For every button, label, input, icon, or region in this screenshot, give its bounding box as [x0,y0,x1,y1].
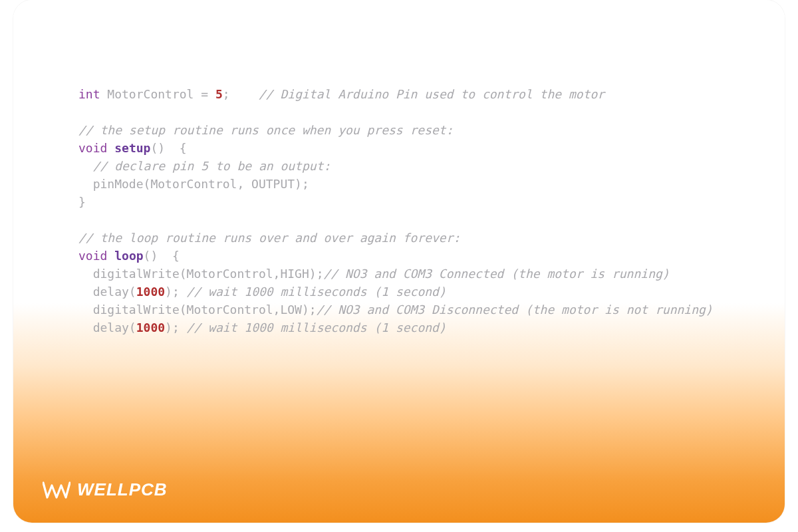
code-line: digitalWrite(MotorControl,HIGH);// NO3 a… [78,267,670,281]
number-5: 5 [215,87,223,101]
code-line: // declare pin 5 to be an output: [78,159,331,173]
comment: // NO3 and COM3 Disconnected (the motor … [317,303,713,317]
call-delay: delay( [93,285,136,299]
comment: // Digital Arduino Pin used to control t… [259,87,604,101]
logo-mark-icon [43,480,70,500]
number-1000: 1000 [136,321,165,334]
code-line: digitalWrite(MotorControl,LOW);// NO3 an… [78,303,713,317]
keyword-int: int [78,87,100,101]
code-block: int MotorControl = 5; // Digital Arduino… [78,85,725,336]
comment: // declare pin 5 to be an output: [93,159,331,173]
keyword-void: void [78,249,107,263]
code-line: pinMode(MotorControl, OUTPUT); [78,177,309,191]
call-delay: delay( [93,321,136,334]
call-digitalwrite-high: digitalWrite(MotorControl,HIGH); [93,267,324,281]
identifier-motorcontrol: MotorControl [107,87,194,101]
comment: // wait 1000 milliseconds (1 second) [187,321,446,334]
call-pinmode: pinMode(MotorControl, OUTPUT); [93,177,309,191]
function-loop: loop [114,249,143,263]
code-card: int MotorControl = 5; // Digital Arduino… [13,0,785,523]
brand-logo: WELLPCB [43,479,168,500]
function-setup: setup [114,141,150,155]
logo-text: WELLPCB [77,479,168,500]
comment-loop: // the loop routine runs over and over a… [78,231,460,245]
code-line-setup-decl: void setup() { [78,141,187,155]
code-line: delay(1000); // wait 1000 milliseconds (… [78,321,446,334]
comment: // wait 1000 milliseconds (1 second) [187,285,446,299]
comment-setup: // the setup routine runs once when you … [78,123,454,137]
call-digitalwrite-low: digitalWrite(MotorControl,LOW); [93,303,317,317]
comment: // NO3 and COM3 Connected (the motor is … [323,267,669,281]
keyword-void: void [78,141,107,155]
code-line: delay(1000); // wait 1000 milliseconds (… [78,285,446,299]
code-line-1: int MotorControl = 5; // Digital Arduino… [78,87,604,101]
number-1000: 1000 [136,285,165,299]
brace-close: } [78,195,86,209]
code-line-loop-decl: void loop() { [78,249,180,263]
